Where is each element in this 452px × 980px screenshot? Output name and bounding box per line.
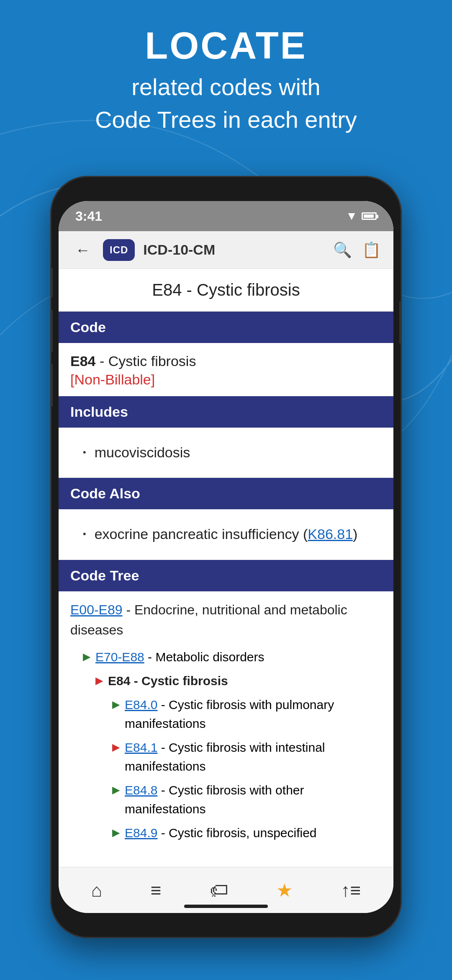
code-bold: E84: [70, 353, 96, 369]
includes-content: • mucoviscidosis: [59, 428, 393, 478]
app-logo: ICD: [103, 239, 135, 261]
code-text: - Cystic fibrosis: [96, 353, 196, 369]
page-title-bar: E84 - Cystic fibrosis: [59, 269, 393, 312]
e00-e89-link[interactable]: E00-E89: [70, 602, 123, 617]
tree-root: E00-E89 - Endocrine, nutritional and met…: [70, 600, 382, 640]
status-time: 3:41: [75, 209, 102, 224]
volume-down-button: [50, 364, 53, 406]
header-subtitle: related codes with Code Trees in each en…: [0, 71, 452, 137]
code-also-header-text: Code Also: [70, 485, 140, 501]
tree-item-e841: ▶ E84.1 - Cystic fibrosis with intestina…: [70, 735, 382, 778]
e841-link[interactable]: E84.1: [125, 740, 157, 754]
code-also-content: • exocrine pancreatic insufficiency (K86…: [59, 509, 393, 560]
e849-link[interactable]: E84.9: [125, 826, 157, 840]
phone-frame: 3:41 ▼ ← ICD ICD-10-CM 🔍 📋 E84 - Cystic …: [50, 176, 402, 938]
nav-history[interactable]: ↑≡: [341, 880, 361, 901]
star-icon: ★: [276, 879, 293, 901]
e848-link[interactable]: E84.8: [125, 783, 157, 797]
code-also-text: exocrine pancreatic insufficiency (K86.8…: [95, 524, 358, 544]
app-name: ICD-10-CM: [143, 242, 325, 258]
silent-button: [50, 268, 53, 297]
mucoviscidosis-text: mucoviscidosis: [95, 443, 190, 463]
history-icon: ↑≡: [341, 880, 361, 901]
code-tree-content: E00-E89 - Endocrine, nutritional and met…: [59, 591, 393, 853]
arrow-green-icon-4: ▶: [112, 825, 120, 840]
screen-content[interactable]: E84 - Cystic fibrosis Code E84 - Cystic …: [59, 269, 393, 867]
nav-tag[interactable]: 🏷: [210, 880, 228, 901]
header-icons: 🔍 📋: [333, 241, 381, 259]
home-icon: ⌂: [91, 880, 103, 901]
tree-item-e849: ▶ E84.9 - Cystic fibrosis, unspecified: [70, 821, 382, 845]
app-header: ← ICD ICD-10-CM 🔍 📋: [59, 231, 393, 269]
arrow-red-icon-2: ▶: [112, 740, 120, 755]
tree-item-e848: ▶ E84.8 - Cystic fibrosis with other man…: [70, 778, 382, 821]
page-title: E84 - Cystic fibrosis: [71, 281, 381, 299]
includes-section-header: Includes: [59, 396, 393, 428]
tree-item-e70-e88: ▶ E70-E88 - Metabolic disorders: [70, 645, 382, 669]
non-billable-badge: [Non-Billable]: [70, 371, 382, 388]
includes-item-1: • mucoviscidosis: [71, 436, 381, 469]
status-bar: 3:41 ▼: [59, 201, 393, 231]
power-button: [399, 302, 402, 343]
tree-item-e84-current: ▶ E84 - Cystic fibrosis: [70, 669, 382, 693]
nav-favorites[interactable]: ★: [276, 879, 293, 901]
code-entry: E84 - Cystic fibrosis [Non-Billable]: [59, 343, 393, 396]
code-also-section-header: Code Also: [59, 478, 393, 509]
wifi-icon: ▼: [346, 209, 357, 223]
back-button[interactable]: ←: [71, 237, 95, 263]
nav-home[interactable]: ⌂: [91, 880, 103, 901]
e84-bold-text: E84 - Cystic fibrosis: [108, 671, 228, 690]
code-section-header: Code: [59, 312, 393, 343]
bullet-dot-2: •: [83, 528, 86, 541]
code-header-text: Code: [70, 319, 106, 335]
code-tree-header-text: Code Tree: [70, 567, 139, 583]
search-icon[interactable]: 🔍: [333, 241, 352, 259]
includes-header-text: Includes: [70, 404, 128, 420]
code-also-item-1: • exocrine pancreatic insufficiency (K86…: [71, 518, 381, 551]
code-title: E84 - Cystic fibrosis: [70, 351, 382, 371]
menu-icon: ≡: [151, 880, 162, 901]
battery-fill: [364, 214, 374, 218]
code-tree-section-header: Code Tree: [59, 560, 393, 591]
clipboard-icon[interactable]: 📋: [362, 241, 381, 259]
e840-link[interactable]: E84.0: [125, 698, 157, 712]
arrow-green-icon-2: ▶: [112, 697, 120, 712]
nav-menu[interactable]: ≡: [151, 880, 162, 901]
status-icons: ▼: [346, 209, 377, 223]
header-section: LOCATE related codes with Code Trees in …: [0, 25, 452, 137]
battery-icon: [362, 212, 377, 220]
arrow-red-icon: ▶: [95, 673, 103, 688]
arrow-green-icon-3: ▶: [112, 782, 120, 797]
tree-item-e840: ▶ E84.0 - Cystic fibrosis with pulmonary…: [70, 693, 382, 735]
arrow-green-icon: ▶: [83, 649, 90, 664]
k8681-link[interactable]: K86.81: [308, 526, 353, 542]
tag-icon: 🏷: [210, 880, 228, 901]
phone-screen: 3:41 ▼ ← ICD ICD-10-CM 🔍 📋 E84 - Cystic …: [59, 201, 393, 913]
volume-up-button: [50, 310, 53, 352]
home-indicator: [184, 905, 268, 908]
locate-title: LOCATE: [0, 25, 452, 67]
e70-e88-link[interactable]: E70-E88: [95, 650, 144, 664]
bullet-dot: •: [83, 446, 86, 459]
